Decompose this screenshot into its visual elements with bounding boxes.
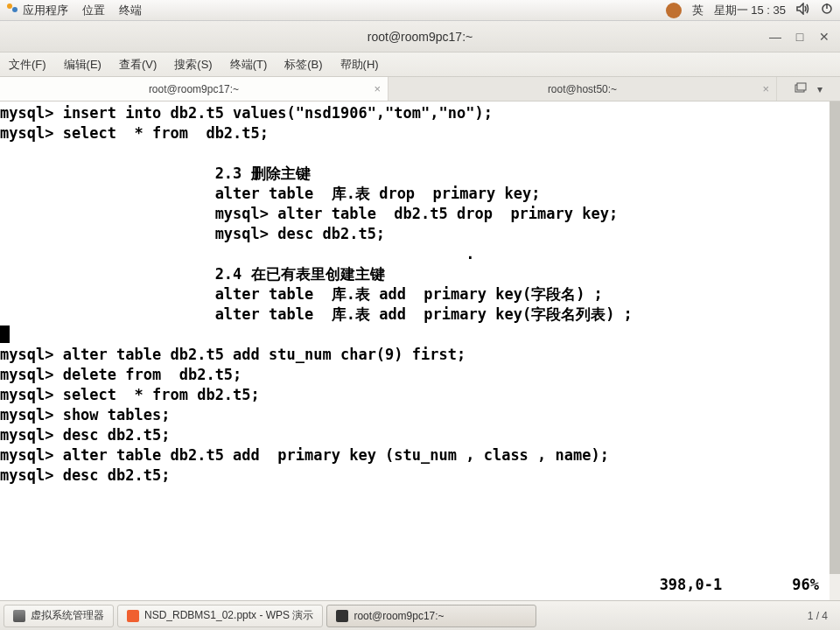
bottom-taskbar: 虚拟系统管理器 NSD_RDBMS1_02.pptx - WPS 演示 root…: [0, 600, 840, 630]
places-menu[interactable]: 位置: [82, 3, 105, 18]
vim-statusline: 398,0-1 96%: [0, 575, 819, 595]
taskbar-label: NSD_RDBMS1_02.pptx - WPS 演示: [144, 608, 313, 623]
close-tab-icon[interactable]: ×: [374, 82, 381, 95]
terminal-line: mysql> alter table db2.t5 add primary ke…: [0, 446, 609, 464]
tab-room9pc17[interactable]: root@room9pc17:~ ×: [0, 77, 388, 101]
terminal-line: mysql> select * from db2.t5;: [0, 124, 269, 142]
apps-icon: [7, 2, 19, 14]
taskbar-label: root@room9pc17:~: [354, 610, 444, 622]
scroll-percentage: 96%: [792, 575, 819, 595]
terminal-line: mysql> desc db2.t5;: [0, 426, 170, 444]
user-face-icon[interactable]: [666, 3, 682, 18]
applications-menu[interactable]: 应用程序: [7, 2, 68, 18]
terminal-line: alter table 库.表 drop primary key;: [0, 185, 540, 202]
power-icon[interactable]: [821, 3, 833, 18]
scrollbar-thumb[interactable]: [830, 102, 840, 574]
taskbar-terminal[interactable]: root@room9pc17:~: [326, 605, 536, 627]
taskbar-vm-manager[interactable]: 虚拟系统管理器: [4, 605, 114, 627]
new-tab-icon[interactable]: [794, 82, 807, 95]
terminal-line: mysql> alter table db2.t5 drop primary k…: [0, 205, 618, 222]
terminal-tabbar: root@room9pc17:~ × root@host50:~ × ▾: [0, 77, 840, 102]
menu-help[interactable]: 帮助(H): [337, 55, 382, 74]
window-controls: — □ ✕: [763, 26, 836, 47]
tabbar-controls: ▾: [777, 77, 840, 101]
sysbar-right-group: 英 星期一 15 : 35: [666, 3, 833, 18]
window-titlebar[interactable]: root@room9pc17:~ — □ ✕: [0, 21, 840, 52]
terminal-line: alter table 库.表 add primary key(字段名) ;: [0, 285, 603, 303]
terminal-scrollbar[interactable]: [830, 102, 840, 600]
terminal-line: mysql> insert into db2.t5 values("nsd190…: [0, 104, 493, 122]
menu-search[interactable]: 搜索(S): [171, 55, 215, 74]
system-top-bar: 应用程序 位置 终端 英 星期一 15 : 35: [0, 0, 840, 21]
svg-rect-3: [797, 83, 806, 90]
menubar: 文件(F) 编辑(E) 查看(V) 搜索(S) 终端(T) 标签(B) 帮助(H…: [0, 52, 840, 77]
tab-host50[interactable]: root@host50:~ ×: [388, 77, 777, 101]
taskbar-wps[interactable]: NSD_RDBMS1_02.pptx - WPS 演示: [117, 605, 323, 627]
terminal-line: mysql> delete from db2.t5;: [0, 366, 242, 383]
applications-label: 应用程序: [23, 4, 68, 17]
terminal-line: mysql> desc db2.t5;: [0, 225, 385, 242]
workspace-indicator[interactable]: 1 / 4: [799, 610, 836, 622]
close-button[interactable]: ✕: [812, 26, 836, 47]
terminal-line: .: [0, 245, 474, 262]
window-title: root@room9pc17:~: [368, 30, 472, 44]
volume-icon[interactable]: [796, 3, 810, 18]
close-tab-icon[interactable]: ×: [762, 82, 769, 95]
terminal-line: alter table 库.表 add primary key(字段名列表) ;: [0, 305, 633, 323]
terminal-line: mysql> show tables;: [0, 406, 170, 424]
tab-label: root@room9pc17:~: [149, 83, 239, 95]
terminal-line: mysql> alter table db2.t5 add stu_num ch…: [0, 346, 466, 363]
terminal-line: 2.3 删除主键: [0, 164, 311, 182]
terminal-content[interactable]: mysql> insert into db2.t5 values("nsd190…: [0, 102, 840, 600]
input-method-indicator[interactable]: 英: [692, 3, 704, 18]
vim-cursor: [0, 326, 10, 343]
menu-file[interactable]: 文件(F): [5, 55, 50, 74]
terminal-line: mysql> select * from db2.t5;: [0, 386, 260, 403]
cursor-position: 398,0-1: [660, 575, 723, 595]
tab-label: root@host50:~: [548, 83, 617, 95]
clock[interactable]: 星期一 15 : 35: [714, 3, 786, 18]
terminal-line: 2.4 在已有表里创建主键: [0, 265, 385, 283]
vm-icon: [13, 610, 25, 622]
terminal-line: mysql> desc db2.t5;: [0, 466, 170, 484]
menu-view[interactable]: 查看(V): [116, 55, 160, 74]
menu-edit[interactable]: 编辑(E): [60, 55, 105, 74]
wps-icon: [127, 610, 139, 622]
tab-menu-dropdown-icon[interactable]: ▾: [817, 83, 822, 95]
terminal-icon: [336, 610, 348, 622]
maximize-button[interactable]: □: [788, 26, 812, 47]
sysbar-left-group: 应用程序 位置 终端: [7, 2, 142, 18]
taskbar-label: 虚拟系统管理器: [31, 608, 104, 623]
menu-terminal[interactable]: 终端(T): [227, 55, 271, 74]
menu-tabs[interactable]: 标签(B): [281, 55, 326, 74]
minimize-button[interactable]: —: [763, 26, 788, 47]
terminal-menu-launcher[interactable]: 终端: [119, 3, 142, 18]
